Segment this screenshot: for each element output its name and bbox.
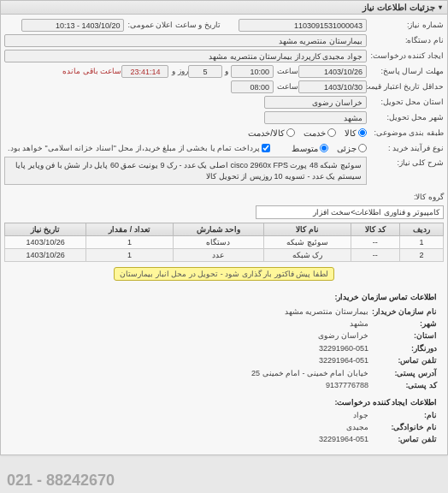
radio-medium-label: متوسط — [292, 144, 318, 153]
label-created-by: ایجاد کننده درخواست: — [367, 51, 444, 60]
cell-idx: 1 — [399, 236, 443, 249]
v-phone: 32291964-051 — [319, 354, 368, 366]
announce-date-field: 1403/10/20 - 10:13 — [21, 19, 124, 32]
label-days-remaining: روز و — [168, 67, 188, 75]
label-category: گروه کالا: — [367, 193, 444, 201]
remaining-days-field: 5 — [188, 65, 222, 78]
cell-qty: 1 — [86, 249, 173, 262]
th-idx: ردیف — [399, 223, 443, 236]
v-family: مجیدی — [346, 421, 368, 433]
cell-date: 1403/10/26 — [5, 249, 86, 262]
th-code: کد کالا — [351, 223, 399, 236]
cell-unit: دستگاه — [173, 236, 264, 249]
label-time2: ساعت — [274, 82, 298, 91]
th-date: تاریخ نیاز — [5, 223, 86, 236]
cell-date: 1403/10/26 — [5, 236, 86, 249]
label-device-name: نام دستگاه: — [367, 36, 444, 45]
table-header-row: ردیف کد کالا نام کالا واحد شمارش تعداد /… — [5, 223, 444, 236]
radio-both-input[interactable] — [286, 128, 295, 137]
purchase-note-checkbox[interactable]: پرداخت تمام یا بخشی از مبلغ خرید،از محل … — [4, 144, 270, 152]
radio-kala[interactable]: کالا — [345, 128, 367, 138]
k-province: استان: — [368, 330, 437, 342]
k-phone2: تلفن تماس: — [368, 433, 437, 445]
table-row[interactable]: 1 -- سوئیچ شبکه دستگاه 1 1403/10/26 — [5, 236, 444, 249]
response-date-field: 1403/10/26 — [298, 65, 367, 78]
description-box: سوئیچ شبکه 48 پورت cisco 2960x FPS اصلی … — [4, 157, 367, 185]
th-unit: واحد شمارش — [173, 223, 264, 236]
table-row[interactable]: 2 -- رک شبکه عدد 1 1403/10/26 — [5, 249, 444, 262]
device-name-field: بیمارستان منتصریه مشهد — [4, 34, 367, 47]
v-city: مشهد — [350, 318, 368, 330]
k-family: نام خانوادگی: — [368, 421, 437, 433]
cell-unit: عدد — [173, 249, 264, 262]
label-subject-type: طبقه بندی موضوعی: — [367, 128, 444, 137]
purchase-note-input[interactable] — [262, 144, 270, 152]
and-text: و — [222, 67, 231, 75]
cell-code: -- — [351, 249, 399, 262]
th-name: نام کالا — [264, 223, 351, 236]
v-address: خیابان امام خمینی - امام خمینی 25 — [251, 367, 368, 379]
v-province: خراسان رضوی — [318, 330, 368, 342]
label-announce-date: تاریخ و ساعت اعلان عمومی: — [124, 21, 221, 29]
radio-medium-input[interactable] — [320, 144, 328, 152]
label-description: شرح کلی نیاز: — [367, 157, 444, 167]
k-city: شهر: — [368, 318, 437, 330]
panel-body: شماره نیاز: 1103091531000043 تاریخ و ساع… — [1, 15, 447, 454]
panel-header[interactable]: ▾ جزئیات اطلاعات نیاز — [1, 1, 447, 15]
radio-both-label: کالا/خدمت — [248, 128, 285, 138]
k-name: نام: — [368, 409, 437, 421]
panel-title: جزئیات اطلاعات نیاز — [363, 3, 435, 12]
label-time-remaining: ساعت باقی مانده — [59, 67, 121, 75]
contact-section: اطلاعات تماس سازمان خریدار: نام سازمان خ… — [4, 286, 444, 451]
v-org: بیمارستان منتصریه مشهد — [285, 306, 368, 318]
th-qty: تعداد / مقدار — [86, 223, 173, 236]
radio-kala-label: کالا — [345, 128, 357, 138]
v-postal: 9137776788 — [326, 379, 368, 391]
radio-both[interactable]: کالا/خدمت — [248, 128, 295, 138]
label-purchase-type: نوع فرآیند خرید : — [367, 144, 444, 152]
need-details-panel: ▾ جزئیات اطلاعات نیاز شماره نیاز: 110309… — [0, 0, 448, 455]
label-valid-from: حداقل تاریخ اعتبار قیمت: تا تاریخ: — [367, 82, 444, 91]
radio-minor[interactable]: جزئی — [337, 144, 367, 153]
radio-khedmat[interactable]: خدمت — [304, 128, 336, 138]
purchase-note-label: پرداخت تمام یا بخشی از مبلغ خرید،از محل … — [4, 144, 260, 152]
cell-qty: 1 — [86, 236, 173, 249]
radio-khedmat-input[interactable] — [327, 128, 336, 137]
label-delivery-province: استان محل تحویل: — [367, 98, 444, 106]
category-box: کامپیوتر و فناوری اطلاعات>سخت افزار — [256, 205, 444, 219]
radio-khedmat-label: خدمت — [304, 128, 326, 138]
pre-invoice-button[interactable]: لطفا پیش فاکتور بار گذاری شود - تحویل در… — [114, 267, 334, 281]
label-response-deadline: مهلت ارسال پاسخ: — [367, 67, 444, 75]
contact-heading: اطلاعات تماس سازمان خریدار: — [11, 291, 437, 303]
cell-name: سوئیچ شبکه — [264, 236, 351, 249]
radio-kala-input[interactable] — [358, 128, 367, 137]
delivery-city-field: مشهد — [264, 111, 367, 124]
items-table: ردیف کد کالا نام کالا واحد شمارش تعداد /… — [4, 223, 444, 262]
response-time-field: 10:00 — [231, 65, 274, 78]
k-postal: کد پستی: — [368, 379, 437, 391]
cell-name: رک شبکه — [264, 249, 351, 262]
v-fax: 32291960-051 — [319, 342, 368, 354]
label-time1: ساعت — [274, 67, 298, 75]
k-phone: تلفن تماس: — [368, 354, 437, 366]
radio-medium[interactable]: متوسط — [292, 144, 328, 153]
collapse-icon: ▾ — [439, 3, 442, 11]
v-name: جواد — [353, 409, 368, 421]
subject-radio-group: کالا خدمت کالا/خدمت — [248, 128, 367, 138]
k-org: نام سازمان خریدار: — [368, 306, 437, 318]
valid-to-date-field: 1403/10/30 — [298, 80, 367, 93]
cell-idx: 2 — [399, 249, 443, 262]
cell-code: -- — [351, 236, 399, 249]
delivery-province-field: خراسان رضوی — [264, 96, 367, 109]
remaining-time-field: 23:41:14 — [121, 65, 168, 78]
label-delivery-city: شهر محل تحویل: — [367, 113, 444, 122]
k-fax: دورنگار: — [368, 342, 437, 354]
requester-heading: اطلاعات ایجاد کننده درخواست: — [11, 396, 437, 408]
label-need-number: شماره نیاز: — [367, 21, 444, 29]
radio-minor-label: جزئی — [337, 144, 357, 153]
radio-minor-input[interactable] — [358, 144, 367, 152]
k-address: آدرس پستی: — [368, 367, 437, 379]
created-by-field: جواد مجیدی کارپرداز بیمارستان منتصریه مش… — [4, 50, 367, 62]
need-number-field: 1103091531000043 — [239, 19, 367, 32]
valid-to-time-field: 08:00 — [231, 80, 274, 93]
